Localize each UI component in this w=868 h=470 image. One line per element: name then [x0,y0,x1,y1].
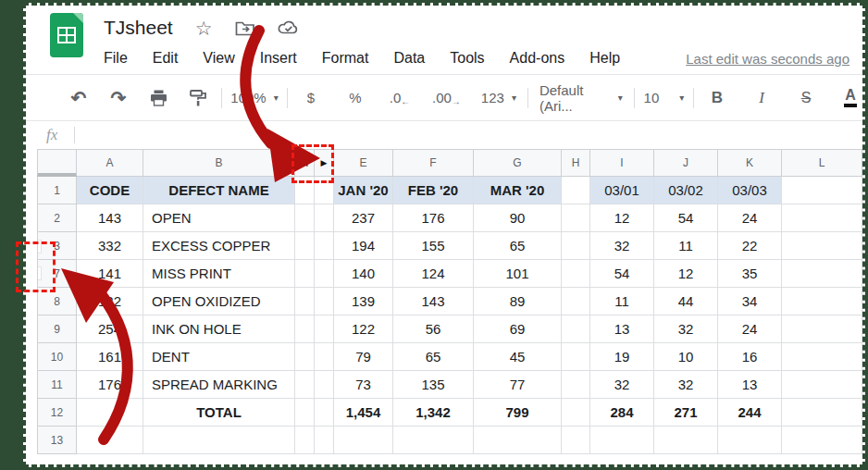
cell-J11[interactable]: 32 [654,371,718,399]
cell-B13[interactable] [143,427,295,454]
font-family-select[interactable]: Default (Ari...▾ [539,84,623,112]
formula-bar[interactable]: fx [26,120,862,149]
cell-B10[interactable]: DENT [143,343,295,371]
cell-H8[interactable] [562,288,590,315]
cell-G12[interactable]: 799 [474,399,562,427]
text-color-button[interactable]: A [838,84,862,112]
column-header-L[interactable]: L [782,149,862,177]
paint-format-icon[interactable] [186,84,210,112]
cell-B1[interactable]: DEFECT NAME [143,177,295,204]
cell-J3[interactable]: 11 [654,232,718,260]
cell-B3[interactable]: EXCESS COPPER [143,232,295,260]
cell-CL8[interactable] [295,288,315,315]
select-all-corner[interactable] [37,149,77,177]
cell-K11[interactable]: 13 [718,371,782,399]
cell-B8[interactable]: OPEN OXIDIZED [143,288,295,315]
cell-G3[interactable]: 65 [474,232,562,260]
cell-E9[interactable]: 122 [334,315,393,343]
column-header-B[interactable]: B [143,149,295,177]
print-icon[interactable] [146,84,170,112]
cell-L9[interactable] [782,315,862,343]
cell-L1[interactable] [782,177,862,204]
cell-CR12[interactable] [315,399,334,427]
increase-decimal-button[interactable]: .00→ [432,84,461,112]
cell-I13[interactable] [590,427,654,454]
cell-E8[interactable]: 139 [334,288,393,315]
redo-button[interactable]: ↷ [106,84,130,112]
cell-G2[interactable]: 90 [474,204,562,232]
cell-H3[interactable] [562,232,590,260]
cell-F2[interactable]: 176 [393,204,474,232]
cell-I9[interactable]: 13 [590,315,654,343]
cell-G13[interactable] [474,427,562,454]
hidden-rows-expand-up[interactable]: ▲ [37,240,42,254]
column-header-I[interactable]: I [590,149,654,177]
cell-I7[interactable]: 54 [590,260,654,288]
row-header-13[interactable]: 13 [37,427,77,454]
cell-I3[interactable]: 32 [590,232,654,260]
cell-A13[interactable] [77,427,143,454]
hidden-rows-expand-down[interactable]: ▼ [37,266,42,280]
cell-E1[interactable]: JAN '20 [334,177,393,204]
cell-CR10[interactable] [315,343,334,371]
cell-H11[interactable] [562,371,590,399]
cell-A9[interactable]: 254 [77,315,143,343]
menu-addons[interactable]: Add-ons [510,50,565,67]
cell-E13[interactable] [334,427,393,454]
cell-J1[interactable]: 03/02 [654,177,718,204]
cell-CR8[interactable] [315,288,334,315]
cell-F7[interactable]: 124 [393,260,474,288]
format-currency-button[interactable]: $ [299,84,323,112]
cell-CL10[interactable] [295,343,315,371]
cell-G9[interactable]: 69 [474,315,562,343]
cell-CL2[interactable] [295,204,315,232]
cell-CR2[interactable] [315,204,334,232]
cell-K12[interactable]: 244 [718,399,782,427]
row-header-9[interactable]: 9 [37,315,77,343]
column-header-K[interactable]: K [718,149,782,177]
row-header-2[interactable]: 2 [37,204,77,232]
menu-file[interactable]: File [104,50,128,67]
decrease-decimal-button[interactable]: .0← [388,84,412,112]
cell-F1[interactable]: FEB '20 [393,177,474,204]
cell-L11[interactable] [782,371,862,399]
cell-B7[interactable]: MISS PRINT [143,260,295,288]
cell-K3[interactable]: 22 [718,232,782,260]
cell-J13[interactable] [654,427,718,454]
undo-button[interactable]: ↶ [67,84,91,112]
cell-G8[interactable]: 89 [474,288,562,315]
menu-insert[interactable]: Insert [260,50,297,67]
column-header-G[interactable]: G [474,149,562,177]
cell-CR7[interactable] [315,260,334,288]
row-header-8[interactable]: 8 [37,288,77,315]
bold-button[interactable]: B [705,84,729,112]
cell-H13[interactable] [562,427,590,454]
column-header-J[interactable]: J [654,149,718,177]
cell-J9[interactable]: 32 [654,315,718,343]
cell-E7[interactable]: 140 [334,260,393,288]
cell-J10[interactable]: 10 [654,343,718,371]
cell-E11[interactable]: 73 [334,371,393,399]
cell-K10[interactable]: 16 [718,343,782,371]
cell-H1[interactable] [562,177,590,204]
cell-A1[interactable]: CODE [77,177,143,204]
cell-K9[interactable]: 24 [718,315,782,343]
font-size-select[interactable]: 10▾ [646,84,682,112]
cell-E3[interactable]: 194 [334,232,393,260]
row-header-11[interactable]: 11 [37,371,77,399]
cell-K7[interactable]: 35 [718,260,782,288]
row-header-1[interactable]: 1 [37,177,77,204]
row-header-7[interactable]: 7▼ [37,260,77,288]
cell-I10[interactable]: 19 [590,343,654,371]
cell-H7[interactable] [562,260,590,288]
menu-edit[interactable]: Edit [153,50,179,67]
hidden-columns-expand-left[interactable]: ◀ [295,149,315,177]
column-header-H[interactable]: H [562,149,590,177]
zoom-select[interactable]: 100%▾ [233,84,276,112]
cell-L8[interactable] [782,288,862,315]
cell-I2[interactable]: 12 [590,204,654,232]
cell-H10[interactable] [562,343,590,371]
format-percent-button[interactable]: % [343,84,367,112]
row-header-3[interactable]: 3▲ [37,232,77,260]
row-header-12[interactable]: 12 [37,399,77,427]
